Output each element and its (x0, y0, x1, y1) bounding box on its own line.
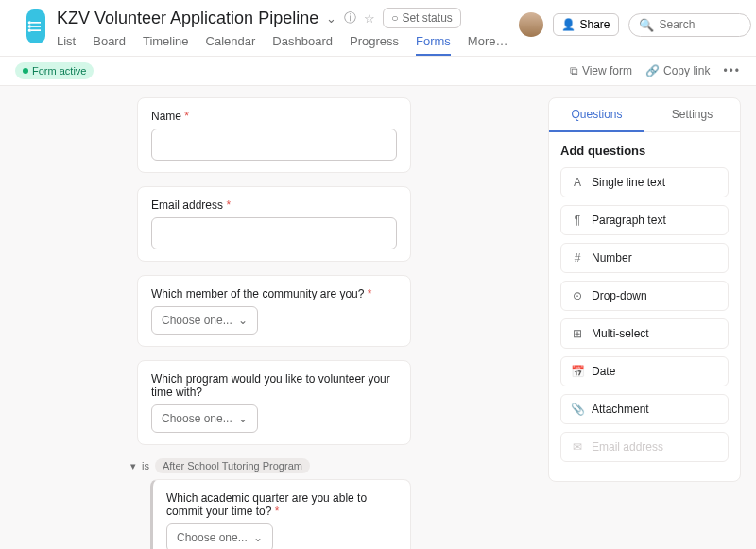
set-status-button[interactable]: ○ Set status (383, 8, 461, 28)
tab-progress[interactable]: Progress (350, 34, 399, 56)
required-asterisk: * (275, 505, 280, 518)
select-input[interactable]: Choose one...⌄ (151, 306, 258, 335)
project-title[interactable]: KZV Volunteer Application Pipeline (57, 9, 318, 28)
tab-calendar[interactable]: Calendar (206, 34, 256, 56)
qtype-dropdown[interactable]: ⊙Drop-down (560, 281, 729, 311)
person-icon: 👤 (561, 18, 576, 31)
select-input[interactable]: Choose one...⌄ (151, 404, 258, 433)
text-input[interactable] (151, 129, 397, 161)
field-card[interactable]: Which program would you like to voluntee… (137, 360, 411, 445)
field-label: Which member of the community are you? (151, 287, 364, 300)
search-input[interactable] (660, 18, 745, 31)
star-icon[interactable]: ☆ (364, 11, 375, 26)
svg-point-5 (29, 29, 31, 31)
condition-pill[interactable]: After School Tutoring Program (155, 458, 310, 473)
required-asterisk: * (226, 198, 231, 212)
tab-timeline[interactable]: Timeline (143, 34, 189, 56)
qtype-attachment[interactable]: 📎Attachment (560, 394, 729, 424)
more-actions-icon[interactable]: ••• (723, 64, 741, 77)
info-icon[interactable]: ⓘ (344, 9, 356, 26)
tab-board[interactable]: Board (93, 34, 126, 56)
member-avatar[interactable] (519, 12, 543, 37)
required-asterisk: * (184, 110, 189, 123)
qtype-single-line[interactable]: ASingle line text (560, 167, 729, 197)
chevron-down-icon: ⌄ (253, 531, 263, 544)
field-label: Which academic quarter are you able to c… (166, 491, 367, 518)
qtype-date[interactable]: 📅Date (560, 356, 729, 386)
attachment-icon: 📎 (571, 403, 584, 416)
share-button[interactable]: 👤Share (553, 13, 618, 36)
number-icon: # (571, 251, 584, 265)
paragraph-icon: ¶ (571, 214, 584, 227)
tab-list[interactable]: List (57, 34, 76, 56)
panel-tab-settings[interactable]: Settings (644, 98, 740, 132)
copy-link-button[interactable]: 🔗Copy link (645, 64, 710, 77)
field-card[interactable]: Which academic quarter are you able to c… (150, 479, 411, 549)
field-card[interactable]: Name * (137, 97, 411, 173)
search-icon: 🔍 (639, 18, 654, 32)
tab-dashboard[interactable]: Dashboard (272, 34, 333, 56)
form-active-badge[interactable]: Form active (15, 62, 94, 79)
tab-forms[interactable]: Forms (416, 34, 451, 56)
multiselect-icon: ⊞ (571, 327, 584, 340)
svg-point-3 (29, 22, 31, 24)
chevron-down-icon: ⌄ (238, 412, 248, 425)
panel-tab-questions[interactable]: Questions (549, 98, 644, 132)
select-input[interactable]: Choose one...⌄ (166, 523, 273, 549)
field-card[interactable]: Which member of the community are you? *… (137, 275, 411, 347)
external-icon: ⧉ (570, 64, 578, 77)
branch-condition: ▾ is After School Tutoring Program (130, 458, 404, 473)
email-icon: ✉ (571, 440, 584, 454)
chevron-down-icon[interactable]: ▾ (130, 460, 136, 472)
text-icon: A (571, 176, 584, 189)
field-label: Name (151, 110, 181, 123)
tab-more[interactable]: More… (468, 34, 508, 56)
text-input[interactable] (151, 217, 397, 249)
date-icon: 📅 (571, 365, 584, 378)
qtype-paragraph[interactable]: ¶Paragraph text (560, 205, 729, 235)
project-icon (26, 9, 45, 43)
project-tabs: List Board Timeline Calendar Dashboard P… (57, 34, 507, 56)
field-label: Which program would you like to voluntee… (151, 372, 390, 399)
view-form-link[interactable]: ⧉View form (570, 64, 632, 77)
questions-panel: Questions Settings Add questions ASingle… (548, 97, 741, 482)
qtype-email: ✉Email address (560, 432, 729, 462)
dropdown-icon: ⊙ (571, 289, 584, 302)
field-label: Email address (151, 198, 223, 212)
search-box[interactable]: 🔍 (628, 13, 751, 37)
required-asterisk: * (368, 287, 372, 300)
field-card[interactable]: Email address * (137, 186, 411, 262)
panel-title: Add questions (560, 144, 729, 158)
chevron-down-icon[interactable]: ⌄ (326, 11, 336, 26)
qtype-multiselect[interactable]: ⊞Multi-select (560, 318, 729, 349)
qtype-number[interactable]: #Number (560, 243, 729, 273)
chevron-down-icon: ⌄ (238, 314, 248, 327)
link-icon: 🔗 (645, 64, 660, 77)
svg-point-4 (29, 26, 31, 27)
